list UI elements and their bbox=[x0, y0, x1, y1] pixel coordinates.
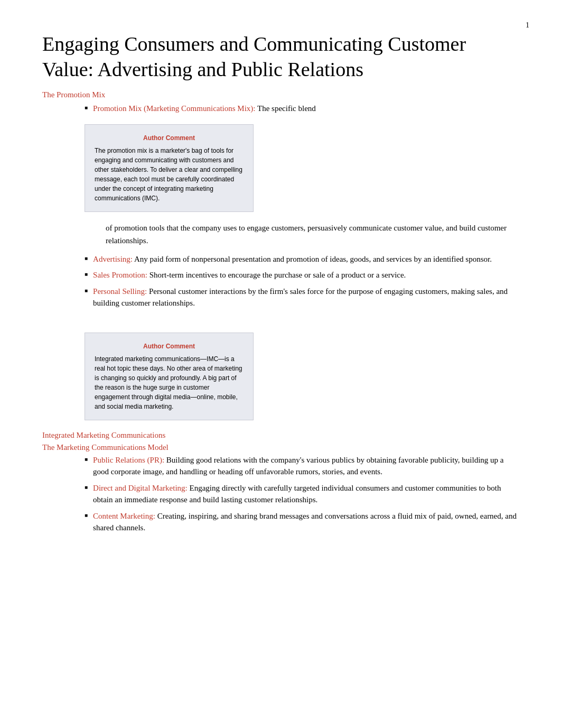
bullet-icon-5: ■ bbox=[85, 456, 88, 462]
bullet-advertising: ■ Advertising: Any paid form of nonperso… bbox=[85, 253, 519, 265]
section-promotion-mix: The Promotion Mix ■ Promotion Mix (Marke… bbox=[42, 90, 519, 309]
page-number: 1 bbox=[526, 21, 529, 30]
author-comment-title-1: Author Comment bbox=[95, 133, 244, 143]
author-comment-box-2: Author Comment Integrated marketing comm… bbox=[85, 333, 254, 420]
author-comment-text-2: Integrated marketing communications—IMC—… bbox=[95, 354, 244, 411]
main-title: Engaging Consumers and Communicating Cus… bbox=[42, 32, 519, 82]
term-sales-promotion: Sales Promotion: bbox=[93, 271, 147, 279]
bullet-content-text: Content Marketing: Creating, inspiring, … bbox=[93, 510, 519, 534]
bullet-icon-2: ■ bbox=[85, 255, 88, 261]
bullet-public-relations: ■ Public Relations (PR): Building good r… bbox=[85, 454, 519, 478]
bullet-advertising-text: Advertising: Any paid form of nonpersona… bbox=[93, 253, 492, 265]
term-digital-marketing: Direct and Digital Marketing: bbox=[93, 484, 188, 492]
author-comment-box-1: Author Comment The promotion mix is a ma… bbox=[85, 124, 254, 212]
bullet-icon-3: ■ bbox=[85, 271, 88, 277]
term-advertising: Advertising: bbox=[93, 255, 133, 263]
bullet-sales-promotion: ■ Sales Promotion: Short-term incentives… bbox=[85, 269, 519, 281]
bullet-content-marketing: ■ Content Marketing: Creating, inspiring… bbox=[85, 510, 519, 534]
bullet-pr-text: Public Relations (PR): Building good rel… bbox=[93, 454, 519, 478]
bullet-promotion-mix-text: Promotion Mix (Marketing Communications … bbox=[93, 103, 316, 115]
bullet-digital-text: Direct and Digital Marketing: Engaging d… bbox=[93, 482, 519, 506]
continuation-text: of promotion tools that the company uses… bbox=[106, 222, 519, 247]
bullet-sales-promotion-text: Sales Promotion: Short-term incentives t… bbox=[93, 269, 406, 281]
bullet-personal-selling: ■ Personal Selling: Personal customer in… bbox=[85, 285, 519, 309]
marketing-comm-model-heading: The Marketing Communications Model bbox=[42, 443, 519, 452]
bullet-digital-marketing: ■ Direct and Digital Marketing: Engaging… bbox=[85, 482, 519, 506]
bullet-icon-7: ■ bbox=[85, 512, 88, 518]
term-personal-selling: Personal Selling: bbox=[93, 287, 147, 296]
advertising-definition: Any paid form of nonpersonal presentatio… bbox=[133, 255, 492, 263]
author-comment-text-1: The promotion mix is a marketer's bag of… bbox=[95, 146, 244, 203]
imc-heading: Integrated Marketing Communications bbox=[42, 431, 519, 440]
content-marketing-definition: Creating, inspiring, and sharing brand m… bbox=[93, 512, 517, 532]
author-comment-title-2: Author Comment bbox=[95, 342, 244, 351]
term-content-marketing: Content Marketing: bbox=[93, 512, 155, 520]
term-promotion-mix: Promotion Mix (Marketing Communications … bbox=[93, 104, 256, 113]
bullet-icon-1: ■ bbox=[85, 105, 88, 110]
bullet-promotion-mix-term: ■ Promotion Mix (Marketing Communication… bbox=[85, 103, 519, 115]
promotion-mix-heading: The Promotion Mix bbox=[42, 90, 519, 99]
sales-promotion-definition: Short-term incentives to encourage the p… bbox=[147, 271, 406, 279]
personal-selling-definition: Personal customer interactions by the fi… bbox=[93, 287, 508, 308]
section-imc: Integrated Marketing Communications The … bbox=[42, 431, 519, 534]
term-pr: Public Relations (PR): bbox=[93, 456, 164, 464]
bullet-icon-4: ■ bbox=[85, 288, 88, 293]
bullet-promotion-mix-continuation: The specific blend bbox=[256, 104, 316, 113]
bullet-personal-selling-text: Personal Selling: Personal customer inte… bbox=[93, 285, 519, 309]
bullet-icon-6: ■ bbox=[85, 484, 88, 490]
